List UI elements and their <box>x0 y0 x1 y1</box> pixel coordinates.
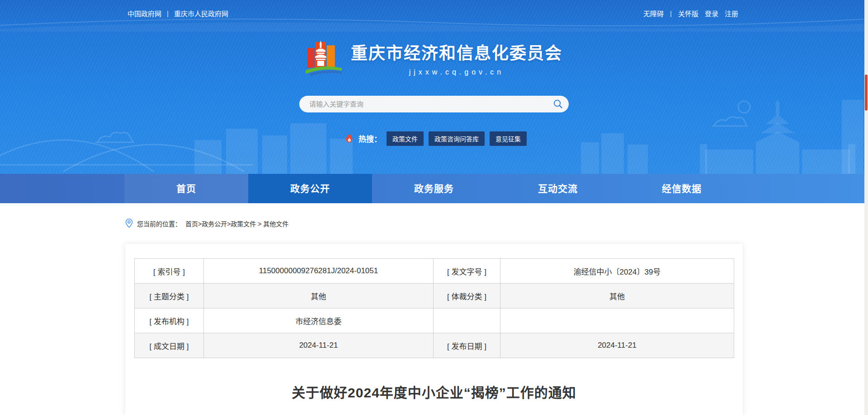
meta-label: [ 发布日期 ] <box>434 333 500 358</box>
page: 中国政府网 | 重庆市人民政府网 无障碍 | 关怀版 登录 注册 <box>0 0 868 415</box>
site-url: jjxxw.cq.gov.cn <box>351 68 562 76</box>
link-accessibility[interactable]: 无障碍 <box>643 9 664 18</box>
site-logo-icon <box>306 39 342 77</box>
nav-tab-interaction[interactable]: 互动交流 <box>496 174 620 203</box>
search-button[interactable] <box>553 99 563 109</box>
link-china-gov[interactable]: 中国政府网 <box>127 9 161 18</box>
hot-link-opinion-collect[interactable]: 意见征集 <box>490 131 527 146</box>
site-logo-block[interactable]: 重庆市经济和信息化委员会 jjxxw.cq.gov.cn <box>0 39 868 77</box>
meta-label: [ 成文日期 ] <box>135 333 204 358</box>
meta-label <box>434 308 500 333</box>
breadcrumb-path[interactable]: 首页>政务公开>政策文件 > 其他文件 <box>185 219 288 228</box>
nav-tab-gov-disclosure[interactable]: 政务公开 <box>248 174 372 203</box>
document-title: 关于做好2024年度中小企业“揭榜”工作的通知 <box>125 382 743 401</box>
search-input[interactable] <box>299 96 569 112</box>
topbar-right-links: 无障碍 | 关怀版 登录 注册 <box>643 9 738 18</box>
meta-label: [ 发文字号 ] <box>434 259 500 284</box>
scrollbar-thumb[interactable] <box>865 75 868 111</box>
meta-label: [ 主题分类 ] <box>135 284 204 308</box>
document-card: [ 索引号 ] 11500000009276281J/2024-01051 [ … <box>125 244 743 415</box>
topbar-divider: | <box>167 9 169 17</box>
login-button[interactable]: 登录 <box>705 9 718 18</box>
meta-value <box>500 308 734 333</box>
table-row: [ 索引号 ] 11500000009276281J/2024-01051 [ … <box>135 259 734 284</box>
topbar-left-links: 中国政府网 | 重庆市人民政府网 <box>127 9 228 18</box>
scrollbar-track[interactable] <box>864 0 868 415</box>
meta-value: 2024-11-21 <box>500 333 734 358</box>
location-pin-icon <box>125 219 133 228</box>
nav-tab-gov-services[interactable]: 政务服务 <box>372 174 496 203</box>
nav-tab-econ-data[interactable]: 经信数据 <box>620 174 744 203</box>
meta-label: [ 体裁分类 ] <box>434 284 500 308</box>
hot-link-policy-qa[interactable]: 政策咨询问答库 <box>429 131 485 146</box>
main-nav: 首页 政务公开 政务服务 互动交流 经信数据 <box>0 174 868 203</box>
table-row: [ 发布机构 ] 市经济信息委 <box>135 308 734 333</box>
main-nav-inner: 首页 政务公开 政务服务 互动交流 经信数据 <box>0 174 868 203</box>
table-row: [ 主题分类 ] 其他 [ 体裁分类 ] 其他 <box>135 284 734 308</box>
breadcrumb-label: 您当前的位置： <box>137 219 181 228</box>
meta-label: [ 索引号 ] <box>135 259 204 284</box>
meta-value: 其他 <box>204 284 434 308</box>
site-title: 重庆市经济和信息化委员会 <box>351 40 562 64</box>
meta-label: [ 发布机构 ] <box>135 308 204 333</box>
flame-icon <box>345 133 354 144</box>
hot-link-policy-files[interactable]: 政策文件 <box>387 131 424 146</box>
meta-value: 市经济信息委 <box>204 308 434 333</box>
nav-tab-home[interactable]: 首页 <box>124 174 248 203</box>
meta-value: 渝经信中小〔2024〕39号 <box>500 259 734 284</box>
site-header: 中国政府网 | 重庆市人民政府网 无障碍 | 关怀版 登录 注册 <box>0 0 868 174</box>
meta-value: 2024-11-21 <box>204 333 434 358</box>
hot-search-row: 热搜： 政策文件 政策咨询问答库 意见征集 <box>345 132 527 145</box>
search-icon <box>553 99 563 109</box>
topbar-divider: | <box>670 9 672 17</box>
hot-search-label: 热搜： <box>359 133 382 144</box>
link-chongqing-gov[interactable]: 重庆市人民政府网 <box>174 9 228 18</box>
table-row: [ 成文日期 ] 2024-11-21 [ 发布日期 ] 2024-11-21 <box>135 333 734 358</box>
site-title-block: 重庆市经济和信息化委员会 jjxxw.cq.gov.cn <box>351 40 562 76</box>
register-button[interactable]: 注册 <box>725 9 738 18</box>
meta-value: 其他 <box>500 284 734 308</box>
document-meta-table: [ 索引号 ] 11500000009276281J/2024-01051 [ … <box>134 258 734 358</box>
link-care-version[interactable]: 关怀版 <box>678 9 698 18</box>
breadcrumb: 您当前的位置： 首页>政务公开>政策文件 > 其他文件 <box>125 219 288 228</box>
meta-value: 11500000009276281J/2024-01051 <box>204 259 434 284</box>
search-bar <box>299 96 569 112</box>
